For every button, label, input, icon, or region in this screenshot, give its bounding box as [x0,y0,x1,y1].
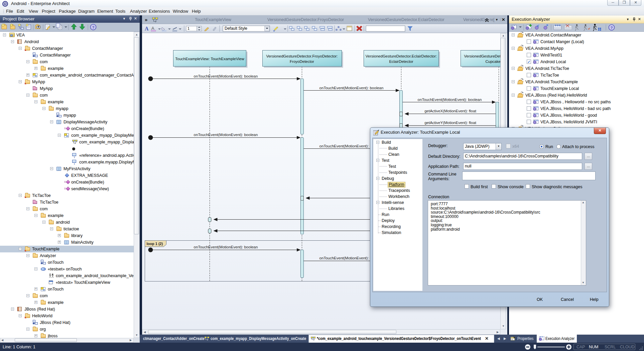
svg-text:getActiveY(MotionEvent): float: getActiveY(MotionEvent): float [424,121,476,125]
svg-text:EclairDetector: EclairDetector [389,60,413,64]
svg-text:FroyoDetector: FroyoDetector [290,60,314,64]
svg-text:onTouchEvent(MotionEvent): boo: onTouchEvent(MotionEvent): boolean [194,74,258,78]
svg-text:getActiveX(MotionEvent): float: getActiveX(MotionEvent): float [424,109,476,113]
svg-text:TouchExampleView: TouchExample: TouchExampleView: TouchExampleView [175,57,244,61]
svg-text:onTouchEvent(MotionEvent): boo: onTouchEvent(MotionEvent): boolean [194,245,258,249]
svg-text:?: ? [611,26,613,30]
svg-text:onTouchEvent(MotionEvent): boo: onTouchEvent(MotionEvent): boolean [194,133,258,137]
svg-text:loop 1 (2): loop 1 (2) [147,242,163,246]
svg-text:VersionedGestureDetector.Eclai: VersionedGestureDetector.EclairDetector: [366,54,437,58]
svg-text:CupcakeDetector: CupcakeDetector [486,60,501,64]
svg-text:Default Style: Default Style [225,26,247,31]
svg-text:VersionedGestureDetector.Froyo: VersionedGestureDetector.FroyoDetector: [266,54,338,58]
svg-text:VersionedGestureDetector.Cup: VersionedGestureDetector.Cup [464,54,501,58]
svg-text:onTouchEvent(MotionEvent): boo: onTouchEvent(MotionEvent): boolean [418,98,482,102]
svg-text:1: 1 [187,26,189,30]
svg-text:?: ? [92,25,95,29]
svg-text:A: A [145,26,149,31]
svg-text:onTouchEvent(MotionEvent): boo: onTouchEvent(MotionEvent): boolean [319,86,384,90]
